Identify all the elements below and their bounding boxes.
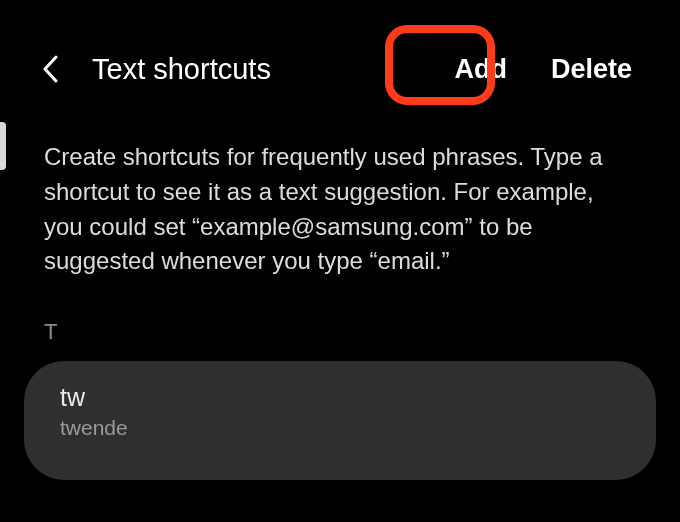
shortcut-phrase: twende — [60, 416, 620, 440]
add-button[interactable]: Add — [442, 46, 518, 93]
shortcut-key: tw — [60, 383, 620, 412]
page-title: Text shortcuts — [92, 53, 271, 86]
description-text: Create shortcuts for frequently used phr… — [0, 100, 680, 279]
back-button[interactable] — [36, 55, 64, 83]
section-header-letter: T — [0, 279, 680, 355]
header-actions: Add Delete — [442, 46, 644, 93]
shortcut-list-item[interactable]: tw twende — [24, 361, 656, 480]
app-header: Text shortcuts Add Delete — [0, 0, 680, 100]
delete-button[interactable]: Delete — [539, 46, 644, 93]
edge-panel-handle[interactable] — [0, 122, 6, 170]
chevron-left-icon — [42, 55, 58, 83]
